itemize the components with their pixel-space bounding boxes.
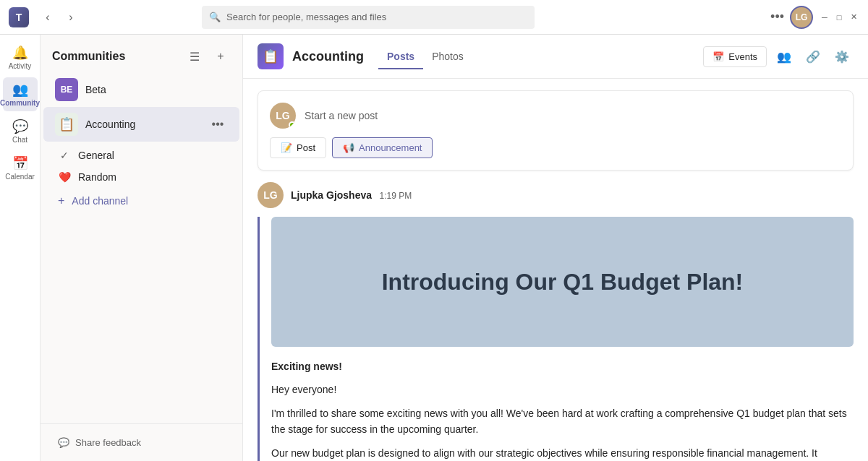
- accounting-avatar: 📋: [55, 113, 78, 136]
- add-community-button[interactable]: +: [210, 46, 231, 66]
- window-controls: ─ □ ✕: [819, 12, 859, 23]
- forward-button[interactable]: ›: [61, 7, 81, 27]
- sidebar-item-chat[interactable]: 💬 Chat: [3, 114, 38, 148]
- post-actions: 📝 Post 📢 Announcement: [270, 137, 841, 158]
- post-time: 1:19 PM: [380, 191, 412, 201]
- app-logo: T: [9, 7, 29, 27]
- community-item-accounting[interactable]: 📋 Accounting •••: [43, 107, 239, 142]
- random-icon: ❤️: [58, 171, 71, 183]
- post-body: Introducing Our Q1 Budget Plan! Exciting…: [258, 217, 854, 461]
- new-post-card: LG Start a new post 📝 Post 📢 Announcemen…: [258, 90, 854, 171]
- share-feedback-button[interactable]: 💬 Share feedback: [52, 433, 231, 452]
- user-avatar[interactable]: LG: [790, 6, 813, 29]
- restore-button[interactable]: □: [833, 12, 845, 23]
- general-check-icon: ✓: [58, 150, 71, 161]
- post-content: Exciting news! Hey everyone! I'm thrille…: [271, 358, 854, 461]
- members-button[interactable]: 👥: [773, 45, 796, 68]
- activity-label: Activity: [9, 62, 32, 70]
- post-banner-image: Introducing Our Q1 Budget Plan!: [271, 217, 854, 347]
- content-area: 📋 Accounting Posts Photos 📅 Events 👥 🔗 ⚙…: [243, 35, 868, 461]
- topbar: T ‹ › 🔍 Search for people, messages and …: [0, 0, 868, 35]
- community-icon: 👥: [12, 82, 28, 98]
- sidebar-title: Communities: [52, 50, 125, 63]
- add-channel-plus-icon: +: [58, 194, 64, 207]
- calendar-label: Calendar: [5, 173, 35, 181]
- channel-title: Accounting: [292, 49, 364, 64]
- feed: LG Start a new post 📝 Post 📢 Announcemen…: [243, 79, 868, 461]
- calendar-icon: 📅: [12, 155, 28, 171]
- accounting-name: Accounting: [85, 119, 200, 130]
- link-button[interactable]: 🔗: [801, 45, 825, 68]
- random-channel-name: Random: [78, 171, 116, 183]
- channel-tabs: Posts Photos: [378, 45, 472, 69]
- post-type-announcement-button[interactable]: 📢 Announcement: [332, 137, 433, 158]
- post-banner-text: Introducing Our Q1 Budget Plan!: [367, 253, 758, 311]
- post-headline: Exciting news!: [271, 361, 342, 372]
- events-icon: 📅: [712, 51, 724, 62]
- sidebar-item-calendar[interactable]: 📅 Calendar: [3, 151, 38, 185]
- post-paragraph1: I'm thrilled to share some exciting news…: [271, 405, 854, 438]
- more-options-button[interactable]: •••: [770, 9, 784, 25]
- announcement-icon: 📢: [343, 142, 354, 153]
- post-header: LG Ljupka Gjosheva 1:19 PM: [258, 182, 854, 208]
- post-paragraph2: Our new budget plan is designed to align…: [271, 445, 854, 461]
- general-channel-name: General: [78, 150, 114, 161]
- channel-item-general[interactable]: ✓ General: [41, 145, 242, 166]
- channel-header-icon: 📋: [258, 43, 284, 69]
- post-type-post-button[interactable]: 📝 Post: [270, 137, 326, 158]
- events-label: Events: [728, 51, 757, 62]
- sidebar-item-community[interactable]: 👥 Community: [3, 77, 38, 111]
- post-author-info: Ljupka Gjosheva 1:19 PM: [291, 189, 412, 202]
- channel-header: 📋 Accounting Posts Photos 📅 Events 👥 🔗 ⚙…: [243, 35, 868, 79]
- close-button[interactable]: ✕: [848, 12, 859, 23]
- sidebar-footer: 💬 Share feedback: [41, 423, 242, 461]
- settings-button[interactable]: ⚙️: [830, 45, 854, 68]
- filter-button[interactable]: ☰: [184, 46, 205, 66]
- community-item-beta[interactable]: BE Beta: [43, 72, 239, 107]
- sidebar-header-actions: ☰ +: [184, 46, 231, 66]
- chat-icon: 💬: [12, 119, 28, 134]
- post-greeting: Hey everyone!: [271, 382, 854, 397]
- new-post-avatar: LG: [270, 103, 296, 129]
- chat-label: Chat: [12, 136, 27, 144]
- accounting-more-button[interactable]: •••: [208, 114, 228, 134]
- tab-photos[interactable]: Photos: [423, 45, 472, 69]
- topbar-actions: ••• LG ─ □ ✕: [770, 6, 859, 29]
- beta-avatar: BE: [55, 78, 78, 101]
- post-author-avatar: LG: [258, 182, 284, 208]
- post-card: LG Ljupka Gjosheva 1:19 PM Introducing O…: [258, 182, 854, 461]
- avatar-status-indicator: [289, 121, 296, 129]
- new-post-header: LG Start a new post: [270, 103, 841, 129]
- back-button[interactable]: ‹: [38, 7, 58, 27]
- nav-arrows: ‹ ›: [38, 7, 81, 27]
- new-post-placeholder[interactable]: Start a new post: [305, 110, 378, 121]
- sidebar: Communities ☰ + BE Beta 📋 Accounting •••…: [41, 35, 243, 461]
- search-bar[interactable]: 🔍 Search for people, messages and files: [202, 6, 535, 29]
- post-author-name: Ljupka Gjosheva: [291, 189, 372, 201]
- sidebar-item-activity[interactable]: 🔔 Activity: [3, 40, 38, 74]
- feedback-icon: 💬: [58, 437, 69, 448]
- add-channel-label: Add channel: [72, 195, 128, 207]
- channels-section: ✓ General ❤️ Random + Add channel: [41, 145, 242, 212]
- community-label: Community: [0, 99, 40, 107]
- feedback-label: Share feedback: [75, 437, 141, 448]
- beta-name: Beta: [85, 84, 228, 95]
- sidebar-header: Communities ☰ +: [41, 35, 242, 72]
- activity-icon: 🔔: [12, 45, 28, 61]
- add-channel-button[interactable]: + Add channel: [41, 189, 242, 212]
- left-rail: 🔔 Activity 👥 Community 💬 Chat 📅 Calendar: [0, 35, 41, 461]
- events-button[interactable]: 📅 Events: [703, 46, 767, 67]
- channel-header-right: 📅 Events 👥 🔗 ⚙️: [703, 45, 854, 68]
- main-layout: 🔔 Activity 👥 Community 💬 Chat 📅 Calendar…: [0, 35, 868, 461]
- channel-item-random[interactable]: ❤️ Random: [41, 166, 242, 188]
- search-icon: 🔍: [209, 12, 221, 22]
- search-placeholder: Search for people, messages and files: [226, 12, 386, 22]
- minimize-button[interactable]: ─: [819, 12, 830, 23]
- tab-posts[interactable]: Posts: [378, 45, 423, 69]
- post-doc-icon: 📝: [281, 142, 292, 153]
